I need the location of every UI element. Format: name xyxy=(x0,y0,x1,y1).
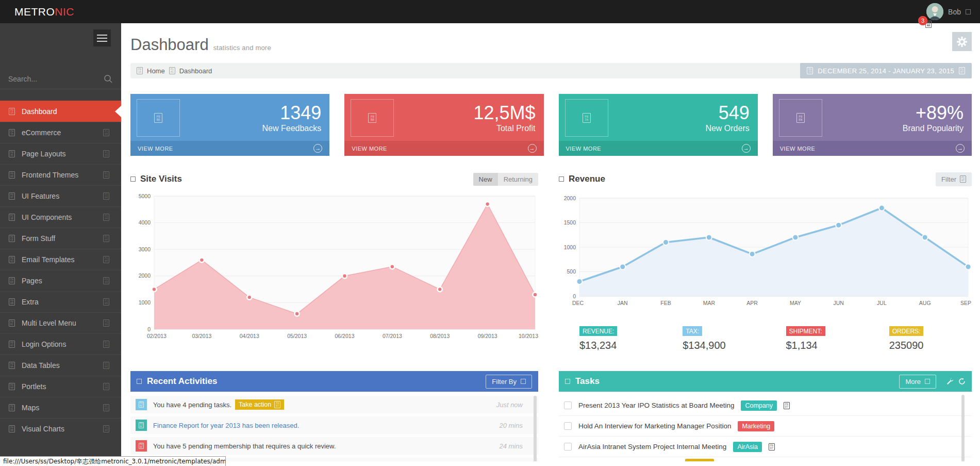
activity-text: You have 5 pending membership that requi… xyxy=(153,442,336,450)
toggle-new-button[interactable]: New xyxy=(473,173,498,186)
sidebar-item-ui-features[interactable]: F097 UI Features F104 xyxy=(0,185,121,206)
revenue-stat-label: TAX: xyxy=(683,326,702,336)
svg-text:10/2013: 10/2013 xyxy=(519,333,538,339)
filter-by-button[interactable]: Filter By xyxy=(486,375,532,389)
task-row[interactable]: Hold An Interview for Marketing Manager … xyxy=(559,416,972,437)
sidebar-item-dashboard[interactable]: F015 Dashboard F104 xyxy=(0,101,121,122)
sidebar-item-visual-charts[interactable]: F080 Visual Charts F104 xyxy=(0,418,121,439)
task-checkbox[interactable] xyxy=(564,401,572,409)
sidebar-item-data-tables[interactable]: F00A Data Tables F104 xyxy=(0,355,121,376)
recent-activities-panel: Recent Activities Filter By F00C You hav… xyxy=(130,371,538,461)
task-row[interactable]: AirAsia Intranet System Project Internal… xyxy=(559,437,972,457)
chevron-right-icon: F104 xyxy=(103,214,109,221)
svg-text:3000: 3000 xyxy=(139,246,151,252)
activity-row[interactable]: F00C You have 5 pending membership that … xyxy=(130,437,538,455)
task-row[interactable] xyxy=(559,457,972,461)
sidebar-item-maps[interactable]: F041 Maps F104 xyxy=(0,397,121,418)
svg-text:2000: 2000 xyxy=(564,195,576,201)
svg-text:APR: APR xyxy=(746,300,758,306)
caret-icon xyxy=(925,379,930,384)
user-dropdown-caret-icon[interactable] xyxy=(966,9,971,14)
sidebar-item-multi-level-menu[interactable]: F0DC Multi Level Menu F104 xyxy=(0,312,121,333)
stat-card-footer[interactable]: VIEW MORE → xyxy=(559,141,758,156)
avatar[interactable] xyxy=(926,3,943,20)
task-checkbox[interactable] xyxy=(564,443,572,451)
top-header-bar: METRONIC F0A2 7 F0E0 4 F0AE 3 Bob xyxy=(0,0,980,23)
dashboard-icon: F015 xyxy=(9,108,15,115)
metronic-logo[interactable]: METRONIC xyxy=(14,0,74,23)
sidebar-item-email-templates[interactable]: F003 Email Templates F104 xyxy=(0,249,121,270)
stat-card-footer[interactable]: VIEW MORE → xyxy=(130,141,329,156)
svg-text:05/2013: 05/2013 xyxy=(287,333,307,339)
stat-card[interactable]: F086 1349 New Feedbacks VIEW MORE → xyxy=(130,94,329,156)
activity-badge[interactable]: Take actionF0D7 xyxy=(235,399,284,410)
task-checkbox[interactable] xyxy=(564,422,572,430)
login-icon: F007 xyxy=(9,341,15,348)
task-row[interactable]: Present 2013 Year IPO Statistics at Boar… xyxy=(559,395,972,416)
revenue-stat-label: SHIPMENT: xyxy=(786,326,825,336)
sidebar-item-label: UI Features xyxy=(22,192,59,200)
chevron-right-icon: F104 xyxy=(103,404,109,411)
calendar-icon: F073 xyxy=(807,67,813,74)
sidebar-item-portlets[interactable]: F009 Portlets F104 xyxy=(0,376,121,397)
wrench-icon[interactable] xyxy=(946,378,954,385)
activity-row[interactable]: F00C You have 4 pending tasks. Take acti… xyxy=(130,396,538,413)
activity-row[interactable]: F00C Finance Report for year 2013 has be… xyxy=(130,416,538,434)
layouts-icon: F035 xyxy=(9,150,15,157)
stat-card-icon-frame: F086 xyxy=(137,99,180,137)
recent-activities-title: Recent Activities xyxy=(147,376,217,387)
activity-type-icon: F00C xyxy=(136,399,147,410)
search-input[interactable] xyxy=(8,75,104,83)
sidebar-item-ecommerce[interactable]: F07A eCommerce F104 xyxy=(0,122,121,143)
tasks-scrollbar[interactable] xyxy=(961,395,965,461)
sidebar-item-label: Extra xyxy=(22,298,39,306)
stat-card-footer[interactable]: VIEW MORE → xyxy=(773,141,972,156)
date-range-picker[interactable]: F073 DECEMBER 25, 2014 - JANUARY 23, 201… xyxy=(800,63,972,78)
sidebar-item-label: Page Layouts xyxy=(22,150,66,158)
tasks-title: Tasks xyxy=(575,376,600,387)
revenue-filter-button[interactable]: Filter F107 xyxy=(936,172,972,186)
sidebar-item-extra[interactable]: F06B Extra F104 xyxy=(0,291,121,312)
caret-down-icon: F0D7 xyxy=(769,443,775,451)
activity-list: F00C You have 4 pending tasks. Take acti… xyxy=(130,396,538,461)
task-badge xyxy=(685,459,714,461)
task-badge: AirAsia xyxy=(733,442,762,452)
email-icon: F003 xyxy=(9,256,15,263)
toggle-returning-button[interactable]: Returning xyxy=(498,173,538,186)
revenue-panel: Revenue Filter F107 0500100015002000DECJ… xyxy=(559,170,972,351)
sidebar-item-label: Data Tables xyxy=(22,361,60,369)
gear-icon xyxy=(956,36,968,47)
search-icon[interactable] xyxy=(104,74,113,84)
sidebar-item-pages[interactable]: F0E8 Pages F104 xyxy=(0,270,121,291)
arrow-right-circle-icon: → xyxy=(528,144,537,153)
chevron-right-icon: F104 xyxy=(103,171,109,179)
tasks-panel: Tasks More Present 2013 Year IPO Statist… xyxy=(559,371,972,461)
svg-text:MAR: MAR xyxy=(703,300,716,306)
comments-icon: F086 xyxy=(154,113,162,123)
site-visits-panel: Site Visits New Returning 01000200030004… xyxy=(130,170,538,351)
breadcrumb-home[interactable]: Home xyxy=(147,67,165,75)
site-visits-chart: 01000200030004000500002/201303/201304/20… xyxy=(130,192,538,348)
sidebar-item-form-stuff[interactable]: F0CE Form Stuff F104 xyxy=(0,228,121,249)
sidebar-item-ui-components[interactable]: F12E UI Components F104 xyxy=(0,206,121,228)
sidebar-toggle-button[interactable] xyxy=(93,29,111,46)
svg-text:FEB: FEB xyxy=(660,300,671,306)
refresh-icon[interactable] xyxy=(958,378,966,385)
svg-text:4000: 4000 xyxy=(139,219,151,226)
sidebar-item-frontend-themes[interactable]: F068 Frontend Themes F104 xyxy=(0,164,121,185)
activity-time: 24 mins xyxy=(499,442,523,450)
sidebar-item-login-options[interactable]: F007 Login Options F104 xyxy=(0,333,121,355)
stat-card-footer[interactable]: VIEW MORE → xyxy=(344,141,543,156)
activities-scrollbar[interactable] xyxy=(534,396,537,461)
visual-charts-icon: F080 xyxy=(9,425,15,432)
ui-features-icon: F097 xyxy=(9,192,15,200)
stat-card-body: F086 1349 New Feedbacks xyxy=(130,94,329,141)
user-menu[interactable]: Bob xyxy=(926,3,971,20)
stat-card[interactable]: F0EB +89% Brand Popularity VIEW MORE → xyxy=(773,94,972,156)
chevron-right-icon: F104 xyxy=(103,150,109,157)
settings-gear-button[interactable] xyxy=(952,32,972,51)
stat-card[interactable]: F080 12,5M$ Total Profit VIEW MORE → xyxy=(344,94,543,156)
sidebar-item-page-layouts[interactable]: F035 Page Layouts F104 xyxy=(0,143,121,164)
stat-card[interactable]: F07A 549 New Orders VIEW MORE → xyxy=(559,94,758,156)
tasks-more-button[interactable]: More xyxy=(899,375,936,389)
